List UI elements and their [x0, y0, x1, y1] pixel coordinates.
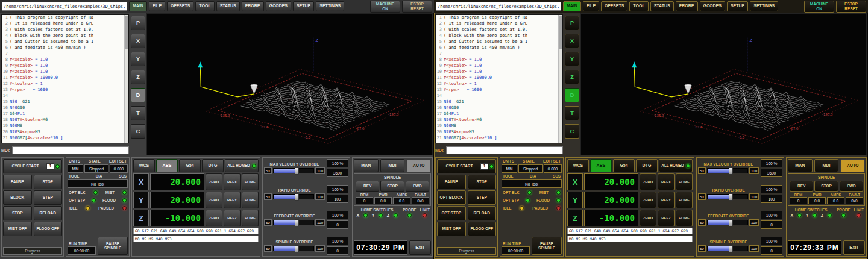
axis-button-t[interactable]: T [565, 106, 579, 120]
zero-z-button[interactable]: ZERO [206, 210, 222, 226]
axis-button-d[interactable]: D [565, 88, 579, 102]
pause-spindle-button[interactable]: PAUSE SPINDLE [98, 237, 128, 255]
zero-z-button[interactable]: ZERO [640, 210, 656, 226]
menu-button-tool[interactable]: TOOL [195, 1, 214, 11]
spindle-stop-button[interactable]: STOP [380, 181, 404, 192]
cycle-start-button[interactable]: CYCLE START 1 [3, 159, 62, 173]
reload-button[interactable]: RELOAD [468, 206, 497, 220]
max-velocity-slider[interactable] [707, 168, 748, 173]
all-homed-button[interactable]: ALL HOMED [225, 159, 259, 172]
cycle-start-button[interactable]: CYCLE START 1 [437, 159, 496, 173]
slider-handle[interactable] [729, 167, 733, 175]
axis-button-z[interactable]: Z [565, 70, 579, 84]
slider-handle[interactable] [729, 219, 733, 226]
opt-block-button[interactable]: BLOCK [3, 190, 32, 205]
step-button[interactable]: STEP [34, 190, 63, 205]
spindle-fwd-button[interactable]: FWD [840, 181, 863, 192]
menu-button-setup[interactable]: SETUP [727, 1, 748, 11]
menu-button-main[interactable]: MAIN [129, 1, 147, 11]
estop-reset-button[interactable]: ESTOP RESET [402, 1, 432, 13]
spindle-rev-button[interactable]: REV [356, 181, 379, 192]
axis-button-c[interactable]: C [565, 124, 579, 139]
axis-button-x[interactable]: X [131, 34, 145, 48]
slider-handle[interactable] [729, 193, 733, 201]
wcs-button[interactable]: WCS [133, 159, 155, 172]
abs-button[interactable]: ABS [156, 159, 178, 172]
wcs-button[interactable]: WCS [567, 159, 589, 172]
pause-button[interactable]: PAUSE [437, 175, 466, 189]
mist-off-button[interactable]: MIST OFF [437, 222, 466, 236]
pause-spindle-button[interactable]: PAUSE SPINDLE [532, 237, 562, 255]
slider-handle[interactable] [729, 245, 733, 252]
opt-block-button[interactable]: OPT BLOCK [437, 190, 466, 205]
gcode-editor[interactable]: 1( This program is copyright of Ra2( It … [435, 14, 563, 143]
menu-button-settings[interactable]: SETTINGS [750, 1, 778, 11]
g54-button[interactable]: G54 [179, 159, 201, 172]
preview-3d[interactable]: Z135.367.60.0-67.6-135.3 [146, 13, 433, 155]
all-homed-button[interactable]: ALL HOMED [659, 159, 693, 172]
axis-button-d[interactable]: D [131, 88, 145, 102]
home-x-button[interactable]: HOME [242, 173, 259, 190]
menu-button-probe[interactable]: PROBE [242, 1, 264, 11]
refz-button[interactable]: REFZ [224, 210, 241, 226]
spindle-rev-button[interactable]: REV [790, 181, 813, 192]
menu-button-file[interactable]: FILE [583, 1, 599, 11]
mdi-button[interactable]: MDI [380, 159, 405, 172]
refx-button[interactable]: REFX [658, 173, 675, 190]
refz-button[interactable]: REFZ [658, 210, 675, 226]
opt-stop-button[interactable]: OPT STOP [437, 206, 466, 220]
auto-button[interactable]: AUTO [840, 159, 865, 172]
menu-button-offsets[interactable]: OFFSETS [601, 1, 627, 11]
axis-button-p[interactable]: P [131, 16, 145, 30]
home-z-button[interactable]: HOME [242, 210, 259, 226]
axis-button-p[interactable]: P [565, 16, 579, 30]
menu-button-offsets[interactable]: OFFSETS [167, 1, 193, 11]
editor-scrollbar-thumb[interactable] [559, 16, 562, 49]
machine-on-button[interactable]: MACHINE ON [370, 1, 400, 13]
flood-off-button[interactable]: FLOOD OFF [468, 222, 497, 236]
mist-off-button[interactable]: MIST OFF [3, 222, 32, 236]
axis-button-y[interactable]: Y [131, 52, 145, 66]
slider-handle[interactable] [295, 193, 299, 201]
gcode-editor[interactable]: 1( This program is copyright of Ra2( It … [1, 14, 129, 143]
menu-button-gcodes[interactable]: GCODES [266, 1, 291, 11]
zero-y-button[interactable]: ZERO [206, 192, 222, 208]
axis-button-y[interactable]: Y [565, 52, 579, 66]
man-button[interactable]: MAN [788, 159, 813, 172]
flood-off-button[interactable]: FLOOD OFF [34, 222, 63, 236]
axis-button-t[interactable]: T [131, 106, 145, 120]
slider-handle[interactable] [295, 219, 299, 226]
editor-scrollbar-thumb[interactable] [125, 16, 128, 49]
dtg-button[interactable]: DTG [636, 159, 658, 172]
home-y-button[interactable]: HOME [676, 192, 693, 208]
estop-reset-button[interactable]: ESTOP RESET [836, 1, 866, 13]
spindle-fwd-button[interactable]: FWD [406, 181, 429, 192]
refx-button[interactable]: REFX [224, 173, 241, 190]
menu-button-status[interactable]: STATUS [216, 1, 240, 11]
menu-button-gcodes[interactable]: GCODES [700, 1, 725, 11]
exit-button[interactable]: EXIT [843, 240, 865, 255]
step-button[interactable]: STEP [468, 190, 497, 205]
file-path-input[interactable] [2, 2, 127, 11]
menu-button-file[interactable]: FILE [149, 1, 165, 11]
stop-button[interactable]: STOP [34, 175, 63, 189]
refy-button[interactable]: REFY [658, 192, 675, 208]
zero-y-button[interactable]: ZERO [640, 192, 656, 208]
menu-button-tool[interactable]: TOOL [629, 1, 648, 11]
zero-x-button[interactable]: ZERO [206, 173, 222, 190]
rapid-override-slider[interactable] [273, 194, 314, 199]
home-x-button[interactable]: HOME [676, 173, 693, 190]
refy-button[interactable]: REFY [224, 192, 241, 208]
reload-button[interactable]: RELOAD [34, 206, 63, 220]
pause-button[interactable]: PAUSE [3, 175, 32, 189]
mdi-input[interactable] [12, 146, 129, 154]
file-path-input[interactable] [436, 2, 561, 11]
editor-scrollbar[interactable] [558, 15, 562, 143]
home-z-button[interactable]: HOME [676, 210, 693, 226]
dtg-button[interactable]: DTG [202, 159, 224, 172]
home-y-button[interactable]: HOME [242, 192, 259, 208]
menu-button-status[interactable]: STATUS [650, 1, 674, 11]
mdi-button[interactable]: MDI [814, 159, 839, 172]
menu-button-setup[interactable]: SETUP [293, 1, 314, 11]
feedrate-override-slider[interactable] [273, 220, 314, 225]
